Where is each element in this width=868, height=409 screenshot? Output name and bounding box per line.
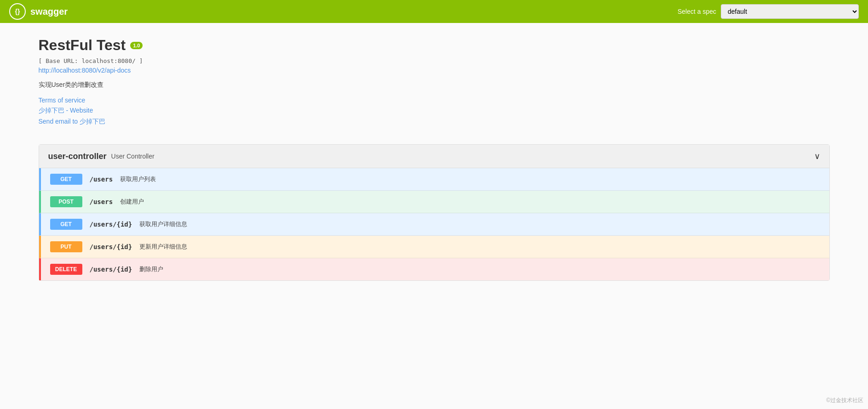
api-docs-link[interactable]: http://localhost:8080/v2/api-docs	[39, 67, 131, 74]
version-badge: 1.0	[130, 42, 143, 49]
endpoint-summary: 获取用户详细信息	[139, 220, 187, 228]
method-badge: DELETE	[50, 264, 82, 275]
spec-select[interactable]: default	[721, 4, 859, 19]
spec-selector-area: Select a spec default	[678, 4, 859, 19]
endpoint-row[interactable]: GET/users获取用户列表	[39, 168, 829, 191]
endpoint-summary: 创建用户	[120, 198, 144, 206]
swagger-icon: {}	[9, 3, 26, 20]
api-title-row: RestFul Test 1.0	[39, 37, 830, 54]
endpoint-row[interactable]: GET/users/{id}获取用户详细信息	[39, 213, 829, 236]
endpoint-path: /users	[90, 176, 113, 183]
api-title: RestFul Test	[39, 37, 126, 54]
method-badge: PUT	[50, 241, 82, 252]
endpoint-summary: 获取用户列表	[120, 175, 156, 183]
api-info-section: RestFul Test 1.0 [ Base URL: localhost:8…	[39, 37, 830, 126]
method-badge: GET	[50, 174, 82, 185]
endpoint-summary: 更新用户详细信息	[139, 243, 187, 251]
controller-section: user-controller User Controller ∨ GET/us…	[39, 144, 830, 281]
controller-title: user-controller User Controller	[48, 152, 155, 161]
base-url: [ Base URL: localhost:8080/ ]	[39, 57, 830, 64]
endpoint-row[interactable]: PUT/users/{id}更新用户详细信息	[39, 236, 829, 258]
endpoint-path: /users	[90, 198, 113, 205]
endpoint-row[interactable]: POST/users创建用户	[39, 191, 829, 213]
endpoint-row[interactable]: DELETE/users/{id}删除用户	[39, 258, 829, 280]
method-badge: GET	[50, 219, 82, 230]
endpoints-list: GET/users获取用户列表POST/users创建用户GET/users/{…	[39, 168, 829, 280]
logo: {} swagger	[9, 3, 68, 20]
email-link[interactable]: Send email to 少掉下巴	[39, 118, 830, 126]
endpoint-path: /users/{id}	[90, 243, 132, 250]
controller-header[interactable]: user-controller User Controller ∨	[39, 145, 829, 168]
terms-of-service-link[interactable]: Terms of service	[39, 97, 830, 104]
endpoint-summary: 删除用户	[139, 265, 163, 273]
website-link[interactable]: 少掉下巴 - Website	[39, 107, 830, 115]
app-header: {} swagger Select a spec default	[0, 0, 868, 23]
api-description: 实现User类的增删改查	[39, 81, 830, 89]
logo-text: swagger	[30, 6, 68, 17]
controller-name: user-controller	[48, 152, 107, 161]
main-content: RestFul Test 1.0 [ Base URL: localhost:8…	[20, 23, 848, 295]
endpoint-path: /users/{id}	[90, 266, 132, 273]
endpoint-path: /users/{id}	[90, 221, 132, 228]
method-badge: POST	[50, 196, 82, 207]
info-links: Terms of service 少掉下巴 - Website Send ema…	[39, 97, 830, 126]
chevron-down-icon: ∨	[814, 151, 820, 161]
spec-label: Select a spec	[678, 8, 716, 15]
controller-description: User Controller	[111, 153, 155, 160]
